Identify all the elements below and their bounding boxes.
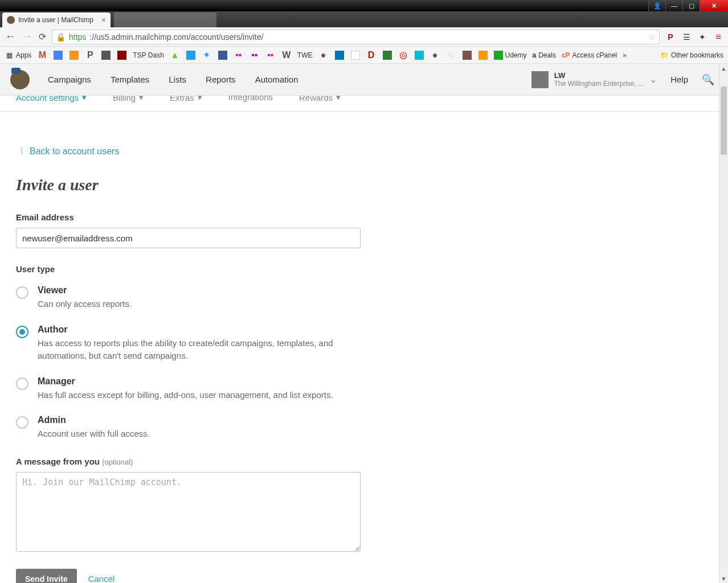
subnav-billing[interactable]: Billing ▾ (113, 96, 144, 102)
bookmark-icon[interactable] (350, 50, 361, 60)
bookmark-tspdash[interactable]: TSP Dash (133, 51, 163, 59)
usertype-option-manager[interactable]: ManagerHas full access except for billin… (16, 376, 645, 402)
forward-icon[interactable]: → (22, 31, 33, 43)
bookmark-icon[interactable]: P (85, 50, 95, 60)
chevron-down-icon: ▾ (336, 96, 341, 102)
facebook-icon[interactable] (218, 50, 228, 60)
bookmark-icon[interactable]: ▲ (170, 50, 180, 60)
bookmark-star-icon[interactable]: ☆ (648, 32, 656, 42)
reload-icon[interactable]: ⟳ (39, 31, 46, 42)
window-maximize-button[interactable]: ▢ (682, 0, 700, 11)
folder-icon: 📁 (660, 51, 669, 59)
bookmark-icon[interactable]: ○ (446, 50, 456, 60)
google-icon[interactable] (53, 50, 63, 60)
subnav-rewards[interactable]: Rewards ▾ (299, 96, 341, 102)
nav-templates[interactable]: Templates (111, 75, 149, 84)
app-header: Campaigns Templates Lists Reports Automa… (0, 64, 728, 96)
scroll-down-icon[interactable]: ▼ (719, 574, 728, 583)
tab-close-icon[interactable]: × (101, 15, 106, 24)
user-org: The Willingham Enterprise, ... (554, 80, 644, 88)
mailchimp-logo-icon[interactable] (10, 70, 30, 89)
bookmark-udemy[interactable]: Udemy (494, 51, 527, 60)
send-invite-button[interactable]: Send Invite (16, 569, 77, 584)
gmail-icon[interactable]: M (37, 50, 47, 60)
usertype-description: Has access to reports plus the ability t… (38, 337, 357, 363)
flickr-icon[interactable]: •• (250, 50, 260, 60)
browser-tab-active[interactable]: Invite a user | MailChimp × (2, 13, 111, 27)
message-textarea[interactable] (16, 472, 361, 552)
search-icon[interactable]: 🔍 (702, 73, 714, 86)
bookmark-icon[interactable] (117, 50, 127, 60)
account-switcher[interactable]: LW The Willingham Enterprise, ... ⌄ (531, 71, 657, 88)
message-label: A message from you (optional) (16, 457, 645, 466)
bookmark-icon[interactable] (462, 50, 472, 60)
chrome-menu-icon[interactable]: ≡ (713, 32, 723, 42)
nav-campaigns[interactable]: Campaigns (48, 75, 91, 84)
bookmark-cpanel[interactable]: cPAccess cPanel (562, 51, 617, 59)
cpanel-icon: cP (562, 51, 570, 59)
bookmark-icon[interactable]: W (281, 50, 292, 60)
url-field[interactable]: 🔒 https://us5.admin.mailchimp.com/accoun… (52, 30, 660, 44)
flickr-icon[interactable]: •• (234, 50, 244, 60)
email-field[interactable] (16, 228, 361, 248)
bookmark-icon[interactable] (382, 50, 392, 60)
back-icon[interactable]: ← (5, 31, 16, 43)
bookmark-icon[interactable] (69, 50, 79, 60)
browser-tab-inactive[interactable] (114, 13, 216, 27)
twitter-icon[interactable] (186, 50, 196, 60)
nav-automation[interactable]: Automation (255, 75, 298, 84)
page-scrollbar[interactable]: ▲ ▼ (719, 64, 728, 583)
bookmarks-overflow[interactable]: » (623, 51, 627, 59)
back-link[interactable]: 〈 Back to account users (16, 146, 119, 157)
scrollbar-thumb[interactable] (721, 87, 727, 155)
radio-button[interactable] (16, 286, 28, 299)
usertype-description: Has full access except for billing, add-… (38, 389, 333, 402)
mailchimp-icon[interactable]: ● (318, 50, 329, 60)
help-link[interactable]: Help (670, 75, 688, 84)
account-subnav: Account settings ▾ Billing ▾ Extras ▾ In… (0, 96, 728, 112)
scroll-up-icon[interactable]: ▲ (719, 64, 728, 73)
window-user-icon[interactable]: 👤 (648, 0, 665, 11)
radio-button[interactable] (16, 377, 28, 390)
bookmark-icon[interactable]: ◎ (398, 50, 408, 60)
flickr-icon[interactable]: •• (265, 50, 276, 60)
subnav-account-settings[interactable]: Account settings ▾ (16, 96, 87, 102)
bookmark-icon[interactable]: D (366, 50, 377, 60)
other-bookmarks[interactable]: 📁Other bookmarks (660, 51, 723, 59)
bookmark-icon[interactable]: ● (430, 50, 440, 60)
bookmark-icon[interactable] (478, 50, 488, 60)
cancel-link[interactable]: Cancel (88, 574, 115, 584)
bookmark-apps[interactable]: ▦Apps (5, 51, 31, 60)
extension-icon[interactable]: ✦ (697, 32, 707, 42)
nav-reports[interactable]: Reports (206, 75, 236, 84)
radio-button[interactable] (16, 326, 28, 338)
usertype-title: Author (38, 325, 357, 335)
chevron-left-icon: 〈 (16, 146, 24, 157)
email-label: Email address (16, 212, 645, 222)
window-minimize-button[interactable]: — (665, 0, 682, 11)
radio-button[interactable] (16, 416, 28, 429)
nav-lists[interactable]: Lists (169, 75, 186, 84)
subnav-integrations[interactable]: Integrations (228, 96, 273, 102)
usertype-option-admin[interactable]: AdminAccount user with full access. (16, 415, 645, 441)
window-close-button[interactable]: ✕ (700, 0, 728, 11)
buffer-extension-icon[interactable]: ☰ (681, 32, 692, 42)
mailchimp-favicon-icon (7, 16, 15, 24)
tab-title: Invite a user | MailChimp (18, 16, 93, 24)
udemy-icon (494, 51, 503, 60)
usertype-option-viewer[interactable]: ViewerCan only access reports. (16, 285, 645, 311)
bookmark-deals[interactable]: aDeals (533, 51, 556, 59)
twitter-icon[interactable]: ✦ (202, 50, 212, 60)
bookmark-icon[interactable] (101, 50, 111, 60)
url-scheme: https (69, 32, 86, 42)
window-titlebar: 👤 — ▢ ✕ (0, 0, 728, 11)
usertype-label: User type (16, 264, 645, 274)
pinterest-extension-icon[interactable]: P (665, 32, 676, 42)
bookmark-twe[interactable]: TWE (297, 51, 313, 59)
usertype-option-author[interactable]: AuthorHas access to reports plus the abi… (16, 325, 645, 363)
subnav-extras[interactable]: Extras ▾ (170, 96, 202, 102)
bookmark-icon[interactable] (414, 50, 424, 60)
url-path: ://us5.admin.mailchimp.com/account/users… (89, 32, 263, 42)
bookmark-icon[interactable] (334, 50, 345, 60)
chevron-down-icon: ▾ (198, 96, 202, 102)
